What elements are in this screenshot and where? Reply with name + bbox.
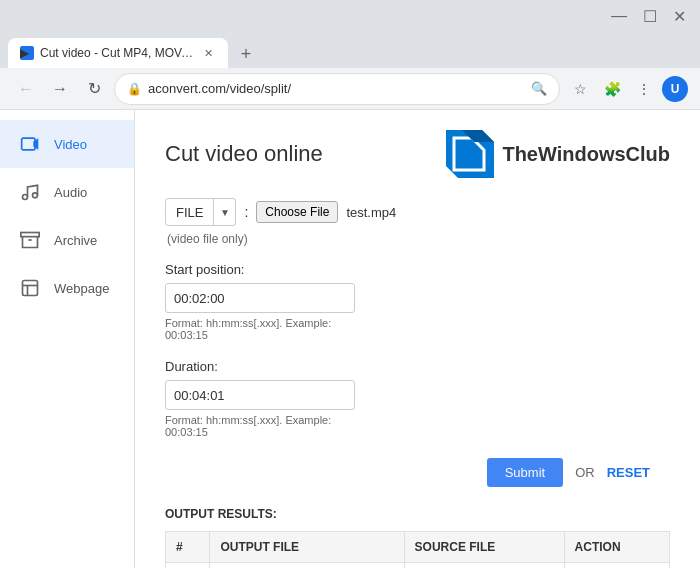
sidebar-label-archive: Archive — [54, 233, 97, 248]
sidebar-item-video[interactable]: Video — [0, 120, 134, 168]
table-header-row: # OUTPUT FILE SOURCE FILE ACTION — [166, 532, 670, 563]
file-type-label: FILE — [166, 205, 213, 220]
minimize-button[interactable]: — — [605, 5, 633, 27]
output-title: OUTPUT RESULTS: — [165, 507, 670, 521]
title-bar: — ☐ ✕ — [0, 0, 700, 32]
sidebar-item-webpage[interactable]: Webpage — [0, 264, 134, 312]
start-position-label: Start position: — [165, 262, 670, 277]
sidebar-item-audio[interactable]: Audio — [0, 168, 134, 216]
menu-button[interactable]: ⋮ — [630, 75, 658, 103]
brand-logo: TheWindowsClub — [446, 130, 670, 178]
svg-point-3 — [33, 193, 38, 198]
start-position-hint: Format: hh:mm:ss[.xxx]. Example: 00:03:1… — [165, 317, 670, 341]
or-label: OR — [575, 465, 595, 480]
col-num: # — [166, 532, 210, 563]
svg-marker-1 — [33, 138, 38, 150]
colon-separator: : — [244, 204, 248, 220]
action-row: Submit OR RESET — [165, 458, 670, 487]
reset-link[interactable]: RESET — [607, 465, 650, 480]
duration-row: Duration: Format: hh:mm:ss[.xxx]. Exampl… — [165, 359, 670, 438]
start-position-row: Start position: Format: hh:mm:ss[.xxx]. … — [165, 262, 670, 341]
address-text: aconvert.com/video/split/ — [148, 81, 525, 96]
close-button[interactable]: ✕ — [667, 5, 692, 28]
file-dropdown-arrow[interactable]: ▼ — [213, 198, 235, 226]
webpage-icon — [16, 274, 44, 302]
archive-icon — [16, 226, 44, 254]
col-output-file: OUTPUT FILE — [210, 532, 404, 563]
page-header: Cut video online TheWindowsClub — [165, 130, 670, 178]
page-title: Cut video online — [165, 141, 323, 167]
page-wrapper: Video Audio Archive — [0, 110, 700, 568]
col-action: ACTION — [564, 532, 669, 563]
file-hint-text: (video file only) — [167, 232, 670, 246]
svg-rect-0 — [22, 138, 35, 150]
browser-toolbar: ← → ↻ 🔒 aconvert.com/video/split/ 🔍 ☆ 🧩 … — [0, 68, 700, 110]
col-source-file: SOURCE FILE — [404, 532, 564, 563]
row-source-file: test.mp4 — [404, 563, 564, 569]
duration-input[interactable] — [165, 380, 355, 410]
address-bar[interactable]: 🔒 aconvert.com/video/split/ 🔍 — [114, 73, 560, 105]
tab-bar: ▶ Cut video - Cut MP4, MOV, WEB... ✕ + — [0, 32, 700, 68]
svg-point-2 — [23, 195, 28, 200]
sidebar: Video Audio Archive — [0, 110, 135, 568]
tab-close-button[interactable]: ✕ — [200, 45, 216, 61]
brand-icon — [446, 130, 494, 178]
tab-favicon-icon: ▶ — [20, 46, 34, 60]
new-tab-button[interactable]: + — [232, 40, 260, 68]
start-position-input[interactable] — [165, 283, 355, 313]
back-button[interactable]: ← — [12, 75, 40, 103]
output-section: OUTPUT RESULTS: # OUTPUT FILE SOURCE FIL… — [165, 507, 670, 568]
file-type-dropdown[interactable]: FILE ▼ — [165, 198, 236, 226]
row-output-file: c693p-6k86y.mp4 — [210, 563, 404, 569]
audio-icon — [16, 178, 44, 206]
output-table: # OUTPUT FILE SOURCE FILE ACTION 1 c693p… — [165, 531, 670, 568]
duration-hint: Format: hh:mm:ss[.xxx]. Example: 00:03:1… — [165, 414, 670, 438]
table-row: 1 c693p-6k86y.mp4 test.mp4 ⬇ ✕ — [166, 563, 670, 569]
sidebar-label-video: Video — [54, 137, 87, 152]
brand-name-text: TheWindowsClub — [502, 143, 670, 166]
sidebar-item-archive[interactable]: Archive — [0, 216, 134, 264]
file-name-display: test.mp4 — [346, 205, 396, 220]
search-icon: 🔍 — [531, 81, 547, 96]
submit-button[interactable]: Submit — [487, 458, 563, 487]
duration-label: Duration: — [165, 359, 670, 374]
row-num: 1 — [166, 563, 210, 569]
svg-rect-4 — [21, 233, 39, 237]
form-section: FILE ▼ : Choose File test.mp4 (video fil… — [165, 198, 670, 568]
refresh-button[interactable]: ↻ — [80, 75, 108, 103]
active-tab[interactable]: ▶ Cut video - Cut MP4, MOV, WEB... ✕ — [8, 38, 228, 68]
svg-rect-6 — [23, 281, 38, 296]
file-row: FILE ▼ : Choose File test.mp4 — [165, 198, 670, 226]
choose-file-button[interactable]: Choose File — [256, 201, 338, 223]
main-content: Cut video online TheWindowsClub FILE ▼ — [135, 110, 700, 568]
star-button[interactable]: ☆ — [566, 75, 594, 103]
sidebar-label-audio: Audio — [54, 185, 87, 200]
extensions-button[interactable]: 🧩 — [598, 75, 626, 103]
sidebar-label-webpage: Webpage — [54, 281, 109, 296]
lock-icon: 🔒 — [127, 82, 142, 96]
row-action: ⬇ ✕ — [564, 563, 669, 569]
toolbar-icons: ☆ 🧩 ⋮ U — [566, 75, 688, 103]
forward-button[interactable]: → — [46, 75, 74, 103]
video-icon — [16, 130, 44, 158]
window-controls[interactable]: — ☐ ✕ — [605, 5, 692, 28]
profile-avatar[interactable]: U — [662, 76, 688, 102]
maximize-button[interactable]: ☐ — [637, 5, 663, 28]
tab-title: Cut video - Cut MP4, MOV, WEB... — [40, 46, 194, 60]
